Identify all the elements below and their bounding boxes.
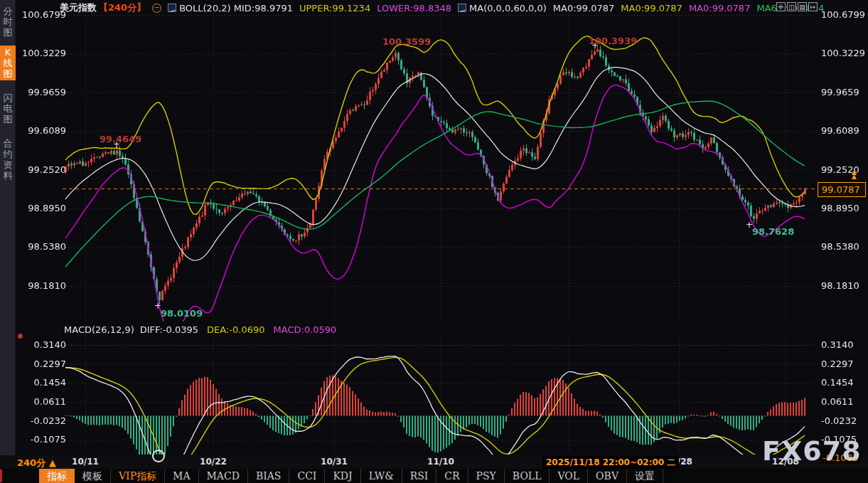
macd-dea-value: DEA:-0.0690 <box>207 324 264 335</box>
boll-lower-value: LOWER:98.8348 <box>377 3 451 14</box>
period-badge[interactable]: 【240分】 <box>99 1 146 14</box>
boll-indicator-icon[interactable] <box>168 4 176 12</box>
price-tick-left: 99.2520 <box>19 164 66 176</box>
ma0-yellow-value: MA0:99.0787 <box>621 3 682 14</box>
price-tick-left: 99.9659 <box>19 87 66 98</box>
price-tick-left: 98.8950 <box>19 203 66 214</box>
chart-annotation: 98.7628 <box>752 226 794 237</box>
ma0-white-value: MA0:99.0787 <box>553 3 615 14</box>
collapse-indicator-icon[interactable]: − <box>152 4 161 13</box>
chart-annotation: 100.3599 <box>382 36 431 47</box>
toolbar-button-指标[interactable]: 指标 <box>39 469 75 483</box>
date-label: 10/11 <box>72 457 99 467</box>
toolbar-button-BIAS[interactable]: BIAS <box>248 469 290 483</box>
macd-tick-right: -0.0232 <box>821 415 857 427</box>
date-label: 11/10 <box>427 457 454 467</box>
sidebar: 分时图K线图闪电图合约资料 <box>0 0 16 455</box>
period-text: 240分 <box>17 457 45 468</box>
macd-tick-right: 0.3140 <box>821 339 854 351</box>
macd-bar-value: MACD:0.0590 <box>274 324 337 335</box>
macd-header: MACD(26,12,9) DIFF:-0.0395 DEA:-0.0690 M… <box>64 324 336 335</box>
chart-application: 分时图K线图闪电图合约资料 美元指数 【240分】 − BOLL(20,2) M… <box>0 0 868 483</box>
macd-tick-left: 0.0611 <box>19 396 66 408</box>
toolbar-button-VIP指标[interactable]: VIP指标 <box>111 469 165 483</box>
sidebar-tab-K线图[interactable]: K线图 <box>0 46 16 80</box>
sidebar-tab-闪电图[interactable]: 闪电图 <box>0 91 16 126</box>
price-tick-right: 99.6089 <box>821 125 859 137</box>
macd-tick-right: 0.2297 <box>821 359 854 370</box>
macd-tick-left: 0.2297 <box>19 359 66 370</box>
annotation-cross-marker: + <box>154 303 161 309</box>
expand-right-icon[interactable]: ↦ <box>808 2 818 11</box>
crosshair-date-box: 2025/11/18 22:00~02:00 二 <box>542 456 679 469</box>
macd-settings-label[interactable]: MACD(26,12,9) <box>64 324 134 335</box>
price-tick-right: 99.9659 <box>821 87 859 98</box>
toolbar-button-MA[interactable]: MA <box>165 469 198 483</box>
toolbar-button-CCI[interactable]: CCI <box>289 469 325 483</box>
toolbar-button-KDJ[interactable]: KDJ <box>325 469 360 483</box>
toolbar-button-BOLL[interactable]: BOLL <box>505 469 550 483</box>
crosshair-mode-icon[interactable]: ✛ <box>776 2 786 11</box>
price-tick-left: 99.6089 <box>19 125 66 137</box>
macd-tick-right: 0.0611 <box>821 396 854 408</box>
macd-tick-left: 0.3140 <box>19 339 66 351</box>
topbar-right-icons: ✛◫▤↦ <box>776 2 818 11</box>
chart-annotation: 98.0109 <box>161 308 203 319</box>
macd-diff-value: DIFF:-0.0395 <box>140 324 198 335</box>
symbol-title: 美元指数 <box>60 1 97 14</box>
macd-tick-right: 0.1454 <box>821 377 854 388</box>
time-axis: 240分 ▲ 10/1110/2210/3111/1011/2812/08 20… <box>0 455 868 469</box>
chart-annotation: 99.4649 <box>100 134 141 144</box>
bottom-toolbar: 指标模板VIP指标MAMACDBIASCCIKDJLW&RSICRPSYBOLL… <box>0 469 868 483</box>
price-tick-right: 100.3229 <box>821 48 865 59</box>
toolbar-button-PSY[interactable]: PSY <box>468 469 505 483</box>
macd-tick-left: -0.1075 <box>19 434 66 445</box>
toolbar-button-LW&[interactable]: LW& <box>361 469 402 483</box>
price-tick-left: 98.1810 <box>19 280 66 292</box>
date-label: 10/31 <box>321 457 348 467</box>
price-tick-left: 98.5380 <box>19 241 66 253</box>
mouse-cursor-icon <box>152 450 165 462</box>
annotation-cross-marker: + <box>113 142 120 148</box>
indicator-window-icon[interactable]: ◫ <box>787 2 796 11</box>
ma-label: MA(0,0,0,60,0,0) <box>469 3 547 14</box>
price-tick-right: 98.8950 <box>821 203 859 214</box>
sidebar-tab-分时图[interactable]: 分时图 <box>0 4 16 39</box>
ma-indicator-icon[interactable] <box>458 4 466 12</box>
annotation-cross-marker: + <box>746 222 753 228</box>
current-price-box: 99.0787 <box>818 182 866 197</box>
toolbar-button-RSI[interactable]: RSI <box>402 469 437 483</box>
price-tick-right: 98.1810 <box>821 280 859 292</box>
sidebar-tab-合约资料[interactable]: 合约资料 <box>0 137 16 182</box>
toolbar-button-VOL[interactable]: VOL <box>550 469 588 483</box>
ma0-magenta-value: MA0:99.0787 <box>689 3 751 14</box>
boll-value: BOLL(20,2) MID:98.9791 <box>179 3 293 14</box>
panel-divider-handle-icon[interactable] <box>18 334 23 339</box>
macd-tick-left: 0.1454 <box>19 377 66 388</box>
boll-upper-value: UPPER:99.1234 <box>299 3 370 14</box>
price-tick-left: 100.3229 <box>19 48 66 59</box>
indicator-topbar: 美元指数 【240分】 − BOLL(20,2) MID:98.9791 UPP… <box>60 1 824 14</box>
toolbar-button-CR[interactable]: CR <box>436 469 468 483</box>
price-up-arrows-icon: ▲▲ <box>852 170 857 179</box>
date-label: 10/22 <box>200 457 227 467</box>
period-selector[interactable]: 240分 ▲ <box>17 457 56 469</box>
price-tick-right: 98.5380 <box>821 241 859 253</box>
price-tick-right: 100.6799 <box>821 9 865 21</box>
toolbar-button-模板[interactable]: 模板 <box>75 469 111 483</box>
main-chart-canvas[interactable] <box>0 0 868 483</box>
toolbar-button-OBV[interactable]: OBV <box>588 469 627 483</box>
toolbar-button-MACD[interactable]: MACD <box>199 469 248 483</box>
annotation-cross-marker: + <box>591 43 599 49</box>
drawing-board-icon[interactable]: ▤ <box>798 2 807 11</box>
toolbar-button-设置[interactable]: 设置 <box>627 469 663 483</box>
period-arrow-icon: ▲ <box>49 457 56 468</box>
watermark: FX678 <box>762 435 862 467</box>
macd-tick-left: -0.0232 <box>19 415 66 427</box>
